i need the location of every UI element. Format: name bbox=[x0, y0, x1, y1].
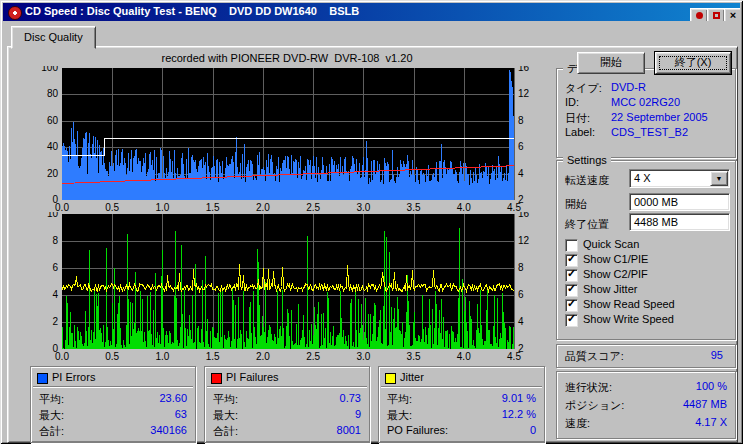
disc-date-label: 日付: bbox=[565, 111, 590, 126]
disc-id-value: MCC 02RG20 bbox=[611, 96, 680, 108]
svg-text:0.5: 0.5 bbox=[105, 351, 119, 362]
checkbox-box bbox=[565, 239, 578, 252]
pi-errors-swatch-icon bbox=[37, 373, 48, 384]
start-pos-label: 開始 bbox=[565, 197, 587, 212]
speed-label: 転送速度 bbox=[565, 173, 609, 188]
bottom-chart: 1016812684624020.00.51.01.52.02.53.03.54… bbox=[36, 212, 538, 364]
separator bbox=[381, 386, 542, 388]
legend-title: PI Failures bbox=[226, 371, 279, 383]
disc-date-value: 22 September 2005 bbox=[611, 111, 708, 123]
max-value: 12.2 % bbox=[502, 408, 536, 420]
titlebar: CD Speed : Disc Quality Test - BENQ DVD … bbox=[3, 3, 740, 21]
avg-label: 平均: bbox=[387, 392, 412, 407]
svg-text:12: 12 bbox=[518, 235, 530, 246]
checkbox-label: Show Jitter bbox=[583, 283, 637, 295]
checkbox-box bbox=[565, 299, 578, 312]
settings-title: Settings bbox=[563, 154, 611, 167]
disc-label-value: CDS_TEST_B2 bbox=[611, 126, 688, 138]
checkbox-show-jitter[interactable]: Show Jitter bbox=[557, 284, 735, 298]
quality-score-value: 95 bbox=[711, 349, 723, 361]
svg-text:4: 4 bbox=[518, 316, 524, 327]
svg-text:3.5: 3.5 bbox=[407, 351, 421, 362]
close-button[interactable]: × bbox=[724, 8, 740, 21]
checkbox-label: Quick Scan bbox=[583, 238, 639, 250]
checkbox-quick-scan[interactable]: Quick Scan bbox=[557, 239, 735, 253]
legend-title: PI Errors bbox=[52, 371, 95, 383]
graph-icon bbox=[713, 12, 720, 19]
disc-type-label: タイプ: bbox=[565, 81, 602, 96]
legend-title: Jitter bbox=[400, 371, 424, 383]
top-chart: 100168012608406204020.00.51.01.52.02.53.… bbox=[36, 66, 538, 216]
close-icon: × bbox=[730, 9, 736, 21]
start-button[interactable]: 開始 bbox=[577, 52, 645, 74]
disc-label-label: Label: bbox=[565, 126, 595, 138]
window-title: CD Speed : Disc Quality Test - BENQ DVD … bbox=[25, 5, 359, 17]
checkbox-show-c2-pif[interactable]: Show C2/PIF bbox=[557, 269, 735, 283]
separator bbox=[33, 386, 193, 388]
svg-text:1.5: 1.5 bbox=[206, 351, 220, 362]
checkbox-show-c1-pie[interactable]: Show C1/PIE bbox=[557, 254, 735, 268]
svg-text:8: 8 bbox=[518, 262, 524, 273]
total-label: 合計: bbox=[39, 424, 64, 439]
chart-annotation: recorded with PIONEER DVD-RW DVR-108 v1.… bbox=[36, 52, 538, 64]
checkbox-label: Show C1/PIE bbox=[583, 253, 648, 265]
checkbox-show-write-speed[interactable]: Show Write Speed bbox=[557, 314, 735, 328]
svg-text:0.0: 0.0 bbox=[55, 351, 69, 362]
svg-text:20: 20 bbox=[47, 168, 59, 179]
avg-value: 23.60 bbox=[159, 392, 187, 404]
svg-text:12: 12 bbox=[518, 88, 530, 99]
po-failures-label: PO Failures: bbox=[387, 424, 448, 436]
speed-select[interactable]: 4 X bbox=[629, 169, 730, 188]
speed-status-value: 4.17 X bbox=[695, 416, 727, 428]
svg-text:8: 8 bbox=[52, 235, 58, 246]
po-failures-value: 0 bbox=[530, 424, 536, 436]
avg-label: 平均: bbox=[213, 392, 238, 407]
svg-text:100: 100 bbox=[41, 66, 58, 73]
avg-label: 平均: bbox=[39, 392, 64, 407]
exit-button[interactable]: 終了(X) bbox=[655, 52, 731, 74]
settings-group: Settings 転送速度 4 X 開始 0000 MB 終了位置 4488 M… bbox=[556, 160, 736, 340]
checkbox-show-read-speed[interactable]: Show Read Speed bbox=[557, 299, 735, 313]
svg-text:6: 6 bbox=[52, 262, 58, 273]
svg-text:10: 10 bbox=[47, 212, 59, 219]
jitter-swatch-icon bbox=[385, 373, 396, 384]
svg-text:6: 6 bbox=[518, 289, 524, 300]
chevron-down-icon[interactable] bbox=[710, 171, 728, 186]
max-label: 最大: bbox=[387, 408, 412, 423]
svg-text:2.5: 2.5 bbox=[306, 351, 320, 362]
pi-failures-swatch-icon bbox=[211, 373, 222, 384]
svg-text:8: 8 bbox=[518, 115, 524, 126]
quality-score-panel: 品質スコア: 95 bbox=[556, 344, 736, 368]
checkbox-label: Show C2/PIF bbox=[583, 268, 648, 280]
checkbox-label: Show Read Speed bbox=[583, 298, 675, 310]
titlebar-graph-icon-button[interactable] bbox=[707, 8, 725, 21]
disc-info-group: ディスク情報 タイプ: DVD-R ID: MCC 02RG20 日付: 22 … bbox=[556, 68, 736, 158]
checkbox-box bbox=[565, 254, 578, 267]
app-icon bbox=[8, 6, 22, 20]
disc-type-value: DVD-R bbox=[611, 81, 646, 93]
checkbox-box bbox=[565, 284, 578, 297]
quality-score-label: 品質スコア: bbox=[565, 349, 624, 364]
checkbox-label: Show Write Speed bbox=[583, 313, 674, 325]
svg-text:4: 4 bbox=[52, 289, 58, 300]
tab-disc-quality[interactable]: Disc Quality bbox=[11, 26, 96, 49]
legend-pi-errors: PI Errors 平均: 23.60 最大: 63 合計: 340166 bbox=[30, 366, 196, 443]
position-value: 4487 MB bbox=[683, 398, 727, 410]
titlebar-disc-icon-button[interactable] bbox=[690, 8, 708, 21]
svg-text:60: 60 bbox=[47, 115, 59, 126]
checkbox-box bbox=[565, 314, 578, 327]
svg-text:16: 16 bbox=[518, 66, 530, 73]
avg-value: 9.01 % bbox=[502, 392, 536, 404]
end-pos-input[interactable]: 4488 MB bbox=[629, 213, 730, 231]
avg-value: 0.73 bbox=[340, 392, 361, 404]
start-pos-input[interactable]: 0000 MB bbox=[629, 193, 730, 211]
app-window: CD Speed : Disc Quality Test - BENQ DVD … bbox=[0, 0, 743, 444]
total-label: 合計: bbox=[213, 424, 238, 439]
svg-text:2.0: 2.0 bbox=[256, 351, 270, 362]
svg-text:4.5: 4.5 bbox=[507, 351, 521, 362]
progress-label: 進行状況: bbox=[565, 380, 612, 395]
progress-value: 100 % bbox=[696, 380, 727, 392]
end-pos-label: 終了位置 bbox=[565, 217, 609, 232]
separator bbox=[207, 386, 367, 388]
svg-text:80: 80 bbox=[47, 88, 59, 99]
